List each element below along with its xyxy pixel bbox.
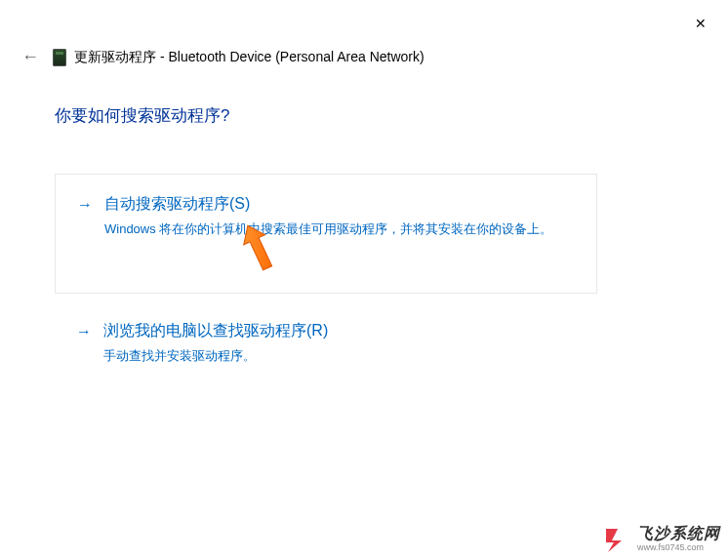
- dialog-content: 你要如何搜索驱动程序? → 自动搜索驱动程序(S) Windows 将在你的计算…: [0, 67, 728, 365]
- option-auto-title: 自动搜索驱动程序(S): [104, 194, 575, 215]
- close-icon: ✕: [695, 16, 707, 31]
- watermark-text: 飞沙系统网 www.fs0745.com: [637, 526, 720, 552]
- watermark-logo-icon: [604, 527, 629, 552]
- close-button[interactable]: ✕: [691, 12, 710, 35]
- option-text: 浏览我的电脑以查找驱动程序(R) 手动查找并安装驱动程序。: [103, 321, 576, 365]
- back-arrow-icon[interactable]: ←: [21, 47, 45, 67]
- option-auto-desc: Windows 将在你的计算机中搜索最佳可用驱动程序，并将其安装在你的设备上。: [104, 220, 575, 238]
- watermark-url: www.fs0745.com: [637, 543, 720, 552]
- option-browse-title: 浏览我的电脑以查找驱动程序(R): [103, 321, 576, 341]
- watermark-title: 飞沙系统网: [637, 526, 720, 541]
- option-text: 自动搜索驱动程序(S) Windows 将在你的计算机中搜索最佳可用驱动程序，并…: [104, 194, 575, 238]
- dialog-header: ← 更新驱动程序 - Bluetooth Device (Personal Ar…: [0, 0, 728, 67]
- arrow-right-icon: →: [77, 196, 93, 214]
- device-icon: [53, 49, 66, 66]
- watermark: 飞沙系统网 www.fs0745.com: [604, 526, 720, 552]
- dialog-title: 更新驱动程序 - Bluetooth Device (Personal Area…: [74, 49, 425, 66]
- option-browse-computer[interactable]: → 浏览我的电脑以查找驱动程序(R) 手动查找并安装驱动程序。: [55, 321, 597, 365]
- option-browse-desc: 手动查找并安装驱动程序。: [103, 347, 576, 365]
- option-auto-search[interactable]: → 自动搜索驱动程序(S) Windows 将在你的计算机中搜索最佳可用驱动程序…: [55, 174, 597, 294]
- option-row: → 自动搜索驱动程序(S) Windows 将在你的计算机中搜索最佳可用驱动程序…: [77, 194, 575, 238]
- arrow-right-icon: →: [76, 323, 92, 340]
- question-heading: 你要如何搜索驱动程序?: [55, 104, 673, 127]
